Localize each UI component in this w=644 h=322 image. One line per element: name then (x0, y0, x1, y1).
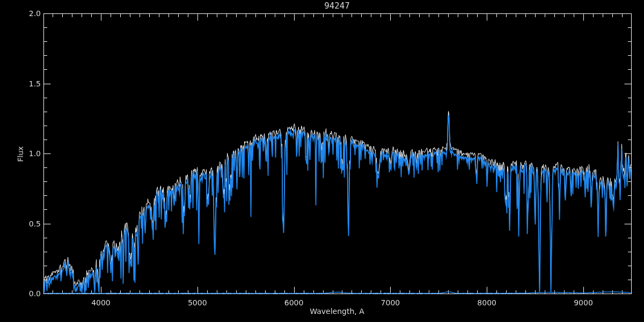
x-tick-label: 8000 (477, 298, 496, 307)
y-tick-label: 1.0 (9, 149, 41, 158)
y-tick-label: 2.0 (9, 9, 41, 18)
y-tick-label: 1.5 (9, 79, 41, 88)
x-tick-label: 7000 (381, 298, 400, 307)
x-tick-label: 6000 (284, 298, 304, 307)
spectrum-canvas (0, 0, 644, 322)
x-axis-label: Wavelength, A (310, 307, 364, 316)
plot-title: 94247 (324, 1, 350, 11)
x-tick-label: 5000 (188, 298, 207, 307)
y-tick-label: 0.5 (9, 219, 41, 228)
spectrum-plot: 94247 Wavelength, A Flux 400050006000700… (0, 0, 644, 322)
y-tick-label: 0.0 (9, 289, 41, 298)
x-tick-label: 4000 (91, 298, 111, 307)
x-tick-label: 9000 (574, 298, 593, 307)
